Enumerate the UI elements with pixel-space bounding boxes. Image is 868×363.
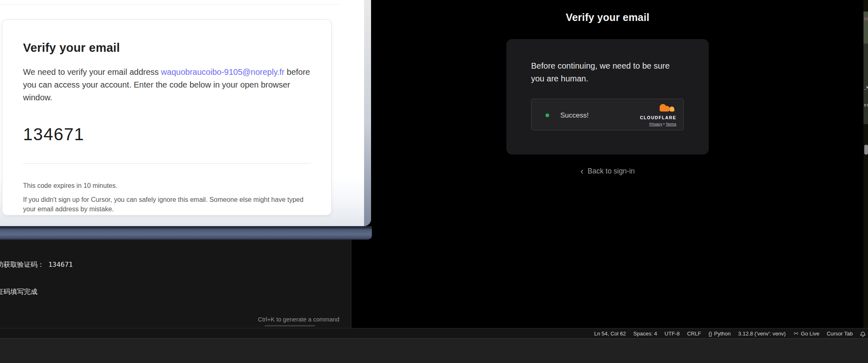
terminal-hscrollbar[interactable] — [265, 325, 315, 326]
status-bar: Ln 54, Col 62 Spaces: 4 UTF-8 CRLF {}Pyt… — [0, 328, 868, 338]
broadcast-icon — [793, 331, 799, 336]
back-label: Back to sign-in — [587, 167, 635, 176]
cursor-tab-indicator[interactable]: Cursor Tab — [827, 331, 853, 337]
email-client-window: Verify your email We need to verify your… — [0, 0, 371, 226]
ignore-note: If you didn't sign up for Cursor, you ca… — [23, 195, 311, 214]
verification-code: 134671 — [23, 125, 310, 144]
code-fragment: _w — [864, 85, 868, 89]
turnstile-links: Privacy • Terms — [640, 122, 676, 126]
verification-email-card: Verify your email We need to verify your… — [2, 19, 332, 215]
terminal-line: 证码填写完成 — [0, 287, 351, 296]
eol-indicator[interactable]: CRLF — [687, 331, 701, 337]
notifications-bell-icon[interactable] — [859, 330, 866, 337]
window-bottom-edge — [0, 226, 372, 240]
email-divider — [23, 163, 311, 164]
email-window-scrollbar[interactable] — [364, 0, 371, 226]
privacy-link[interactable]: Privacy — [650, 122, 662, 126]
email-title: Verify your email — [23, 41, 310, 55]
cursor-position-indicator[interactable]: Ln 54, Col 62 — [594, 331, 626, 337]
python-interpreter-indicator[interactable]: 3.12.8 ('venv': venv) — [738, 331, 786, 337]
verify-email-page: Verify your email Before continuing, we … — [506, 0, 709, 189]
braces-icon: {} — [708, 331, 712, 337]
turnstile-widget: Success! CLOUDFLARE Privacy • Terms — [531, 99, 684, 130]
human-check-card: Before continuing, we need to be sure yo… — [506, 39, 709, 155]
success-dot-icon — [545, 113, 549, 117]
terminal-line: 功获取验证码： 134671 — [0, 260, 351, 269]
cloudflare-logo-icon — [653, 103, 676, 113]
terminal-hint: Ctrl+K to generate a command — [258, 316, 339, 323]
chevron-left-icon: ‹ — [580, 168, 583, 175]
page-title: Verify your email — [506, 12, 709, 23]
email-body-text: We need to verify your email address waq… — [23, 66, 313, 104]
terms-link[interactable]: Terms — [666, 122, 676, 126]
minimap-region — [863, 44, 868, 124]
go-live-label: Go Live — [801, 331, 819, 337]
terminal-panel[interactable]: 功获取验证码： 134671 证码填写完成 在处理 Turnstile 验证..… — [0, 240, 351, 328]
cloudflare-branding: CLOUDFLARE Privacy • Terms — [640, 103, 676, 126]
code-fragment: co — [864, 16, 868, 21]
human-check-prompt: Before continuing, we need to be sure yo… — [531, 60, 671, 85]
encoding-indicator[interactable]: UTF-8 — [664, 331, 680, 337]
link-separator: • — [663, 122, 664, 126]
indentation-indicator[interactable]: Spaces: 4 — [634, 331, 657, 337]
editor-scrollbar-thumb[interactable] — [864, 145, 868, 155]
email-body-before: We need to verify your email address — [23, 67, 161, 76]
turnstile-status: Success! — [560, 111, 589, 120]
back-to-signin-link[interactable]: ‹ Back to sign-in — [506, 167, 709, 176]
terminal-output: 功获取验证码： 134671 证码填写完成 在处理 Turnstile 验证..… — [0, 242, 351, 328]
cloudflare-wordmark: CLOUDFLARE — [640, 115, 676, 120]
code-fragment: er — [864, 103, 868, 107]
window-divider — [0, 4, 341, 5]
recipient-email-link[interactable]: waquobraucoibo-9105@noreply.fr — [161, 67, 284, 76]
desktop-screen: Verify your email We need to verify your… — [0, 0, 868, 363]
go-live-button[interactable]: Go Live — [793, 331, 819, 337]
code-expiry-note: This code expires in 10 minutes. — [23, 182, 310, 190]
language-label: Python — [714, 331, 731, 337]
editor-edge-strip: co _w er — [863, 0, 868, 328]
language-mode-indicator[interactable]: {}Python — [708, 331, 731, 337]
windows-taskbar: ⚙ ⌃ ☁ 中 S — [0, 338, 868, 363]
